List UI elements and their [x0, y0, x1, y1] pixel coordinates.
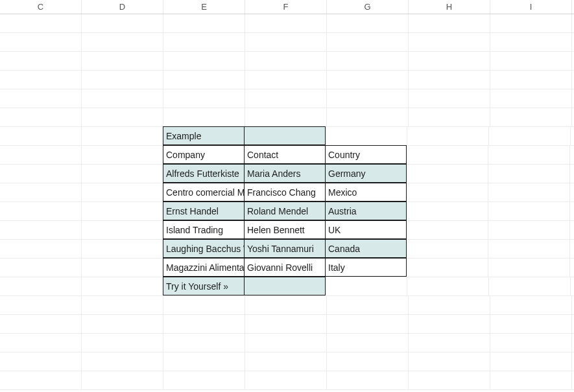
- grid[interactable]: ExampleCompanyContactCountryAlfreds Futt…: [0, 14, 574, 390]
- cell[interactable]: [82, 240, 163, 258]
- cell[interactable]: [82, 315, 163, 333]
- cell-contact[interactable]: Giovanni Rovelli: [244, 258, 326, 277]
- cell[interactable]: [0, 259, 82, 277]
- cell[interactable]: [163, 334, 245, 352]
- cell-company[interactable]: Island Trading: [163, 220, 245, 239]
- cell[interactable]: [0, 146, 82, 164]
- cell-country[interactable]: Canada: [325, 239, 407, 258]
- spreadsheet[interactable]: CDEFGHI ExampleCompanyContactCountryAlfr…: [0, 0, 574, 392]
- cell[interactable]: [82, 165, 163, 183]
- cell[interactable]: [409, 315, 490, 333]
- column-header-h[interactable]: H: [409, 0, 490, 14]
- header-contact[interactable]: Contact: [244, 145, 326, 164]
- cell[interactable]: [327, 334, 409, 352]
- cell[interactable]: [326, 127, 407, 145]
- cell-company[interactable]: Ernst Handel: [163, 202, 245, 220]
- cell[interactable]: [490, 296, 572, 314]
- cell[interactable]: [490, 89, 572, 108]
- cell[interactable]: [0, 165, 82, 183]
- cell[interactable]: [163, 296, 245, 314]
- try-it-yourself-span[interactable]: [244, 277, 326, 295]
- cell-country[interactable]: Germany: [325, 164, 407, 183]
- cell[interactable]: [409, 371, 490, 389]
- cell[interactable]: [245, 334, 327, 352]
- cell[interactable]: [327, 315, 409, 333]
- cell[interactable]: [490, 52, 572, 70]
- cell[interactable]: [245, 352, 327, 371]
- cell-contact[interactable]: Helen Bennett: [244, 220, 326, 239]
- cell[interactable]: [488, 183, 570, 202]
- cell[interactable]: [82, 221, 163, 239]
- cell[interactable]: [0, 240, 82, 258]
- cell[interactable]: [490, 334, 572, 352]
- cell[interactable]: [409, 334, 490, 352]
- cell[interactable]: [407, 259, 488, 277]
- cell[interactable]: [82, 277, 163, 295]
- cell[interactable]: [82, 33, 163, 51]
- cell[interactable]: [0, 202, 82, 220]
- column-header-c[interactable]: C: [0, 0, 82, 14]
- cell[interactable]: [163, 371, 245, 389]
- cell[interactable]: [407, 183, 488, 202]
- cell[interactable]: [245, 71, 327, 89]
- cell[interactable]: [163, 14, 245, 32]
- cell[interactable]: [0, 108, 82, 126]
- cell[interactable]: [490, 108, 572, 126]
- cell[interactable]: [0, 14, 82, 32]
- cell[interactable]: [407, 240, 488, 258]
- column-header-g[interactable]: G: [327, 0, 409, 14]
- header-company[interactable]: Company: [163, 145, 245, 164]
- cell[interactable]: [163, 352, 245, 371]
- cell[interactable]: [409, 71, 490, 89]
- cell[interactable]: [163, 315, 245, 333]
- cell[interactable]: [163, 108, 245, 126]
- cell[interactable]: [407, 146, 488, 164]
- cell[interactable]: [0, 277, 82, 295]
- cell[interactable]: [82, 127, 163, 145]
- cell[interactable]: [327, 352, 409, 371]
- cell[interactable]: [409, 296, 490, 314]
- cell[interactable]: [407, 165, 488, 183]
- cell[interactable]: [327, 89, 409, 108]
- cell[interactable]: [0, 296, 82, 314]
- cell[interactable]: [490, 315, 572, 333]
- cell[interactable]: [82, 371, 163, 389]
- cell-company[interactable]: Alfreds Futterkiste: [163, 164, 245, 183]
- cell[interactable]: [82, 352, 163, 371]
- cell[interactable]: [0, 315, 82, 333]
- cell[interactable]: [163, 89, 245, 108]
- cell[interactable]: [82, 52, 163, 70]
- cell[interactable]: [409, 352, 490, 371]
- cell[interactable]: [82, 108, 163, 126]
- cell[interactable]: [82, 71, 163, 89]
- cell[interactable]: [245, 315, 327, 333]
- cell[interactable]: [409, 33, 490, 51]
- cell[interactable]: [0, 183, 82, 202]
- cell[interactable]: [327, 33, 409, 51]
- cell[interactable]: [82, 334, 163, 352]
- cell[interactable]: [327, 108, 409, 126]
- cell[interactable]: [490, 352, 572, 371]
- cell[interactable]: [0, 71, 82, 89]
- cell-company[interactable]: Centro comercial Moctezuma: [163, 183, 245, 202]
- cell[interactable]: [82, 89, 163, 108]
- cell[interactable]: [327, 52, 409, 70]
- cell-contact[interactable]: Francisco Chang: [244, 183, 326, 202]
- cell-country[interactable]: Austria: [325, 202, 407, 220]
- table-title[interactable]: Example: [163, 126, 245, 145]
- cell-country[interactable]: UK: [325, 220, 407, 239]
- cell-country[interactable]: Mexico: [325, 183, 407, 202]
- cell[interactable]: [409, 89, 490, 108]
- cell-contact[interactable]: Roland Mendel: [244, 202, 326, 220]
- cell[interactable]: [0, 127, 82, 145]
- cell[interactable]: [326, 277, 407, 295]
- try-it-yourself-link[interactable]: Try it Yourself »: [163, 277, 245, 295]
- cell[interactable]: [0, 334, 82, 352]
- cell[interactable]: [327, 296, 409, 314]
- cell[interactable]: [0, 52, 82, 70]
- column-header-d[interactable]: D: [82, 0, 163, 14]
- header-country[interactable]: Country: [325, 145, 407, 164]
- cell[interactable]: [0, 371, 82, 389]
- cell[interactable]: [82, 14, 163, 32]
- cell[interactable]: [409, 108, 490, 126]
